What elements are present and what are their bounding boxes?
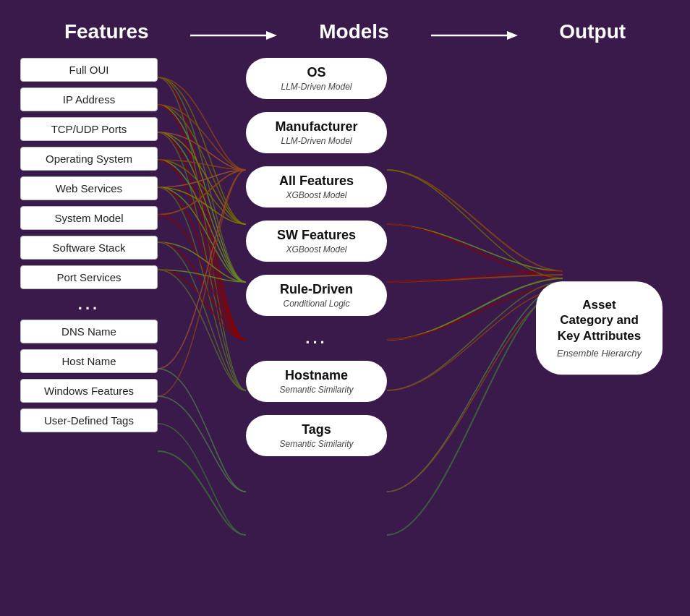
arrow2 xyxy=(431,28,518,43)
feature-web-services: Web Services xyxy=(20,176,158,200)
feature-dns-name: DNS Name xyxy=(20,320,158,343)
model-all-features: All Features XGBoost Model xyxy=(246,166,387,208)
model-rule-driven-name: Rule-Driven xyxy=(266,282,367,297)
models-ellipsis: ... xyxy=(246,329,387,348)
feature-tcp-udp: TCP/UDP Ports xyxy=(20,117,158,141)
output-title: Output xyxy=(559,20,626,43)
features-ellipsis: ... xyxy=(20,295,158,314)
model-hostname-name: Hostname xyxy=(266,368,367,383)
feature-windows-features: Windows Features xyxy=(20,379,158,403)
output-box: Asset Category and Key Attributes Ensemb… xyxy=(536,281,663,375)
feature-system-model: System Model xyxy=(20,206,158,230)
model-hostname-sub: Semantic Similarity xyxy=(266,385,367,395)
feature-operating-system: Operating System xyxy=(20,147,158,171)
feature-full-oui: Full OUI xyxy=(20,58,158,82)
header: Features Models Output xyxy=(0,0,690,58)
models-column: OS LLM-Driven Model Manufacturer LLM-Dri… xyxy=(246,58,387,469)
model-tags: Tags Semantic Similarity xyxy=(246,415,387,456)
model-all-features-name: All Features xyxy=(266,174,367,189)
model-rule-driven: Rule-Driven Conditional Logic xyxy=(246,275,387,316)
features-header: Features xyxy=(64,20,149,43)
model-hostname: Hostname Semantic Similarity xyxy=(246,361,387,402)
models-title: Models xyxy=(319,20,388,43)
svg-marker-3 xyxy=(507,31,518,40)
output-header: Output xyxy=(559,20,626,43)
output-box-sub: Ensemble Hierarchy xyxy=(556,348,642,359)
feature-software-stack: Software Stack xyxy=(20,236,158,260)
svg-marker-1 xyxy=(266,31,277,40)
model-manufacturer: Manufacturer LLM-Driven Model xyxy=(246,112,387,153)
model-manufacturer-name: Manufacturer xyxy=(266,119,367,134)
features-title: Features xyxy=(64,20,149,43)
model-os-sub: LLM-Driven Model xyxy=(266,82,367,92)
model-sw-features-sub: XGBoost Model xyxy=(266,244,367,254)
feature-user-defined-tags: User-Defined Tags xyxy=(20,408,158,432)
feature-port-services: Port Services xyxy=(20,265,158,289)
model-tags-sub: Semantic Similarity xyxy=(266,439,367,449)
diagram-area: Full OUI IP Address TCP/UDP Ports Operat… xyxy=(0,58,690,607)
feature-host-name: Host Name xyxy=(20,349,158,373)
model-rule-driven-sub: Conditional Logic xyxy=(266,299,367,309)
model-all-features-sub: XGBoost Model xyxy=(266,190,367,200)
feature-ip-address: IP Address xyxy=(20,87,158,111)
models-header: Models xyxy=(319,20,388,43)
output-box-title: Asset Category and Key Attributes xyxy=(556,297,642,343)
model-sw-features-name: SW Features xyxy=(266,228,367,243)
model-manufacturer-sub: LLM-Driven Model xyxy=(266,136,367,146)
model-os: OS LLM-Driven Model xyxy=(246,58,387,99)
features-column: Full OUI IP Address TCP/UDP Ports Operat… xyxy=(20,58,158,438)
model-sw-features: SW Features XGBoost Model xyxy=(246,221,387,262)
model-tags-name: Tags xyxy=(266,422,367,437)
arrow1 xyxy=(190,28,277,43)
model-os-name: OS xyxy=(266,65,367,80)
